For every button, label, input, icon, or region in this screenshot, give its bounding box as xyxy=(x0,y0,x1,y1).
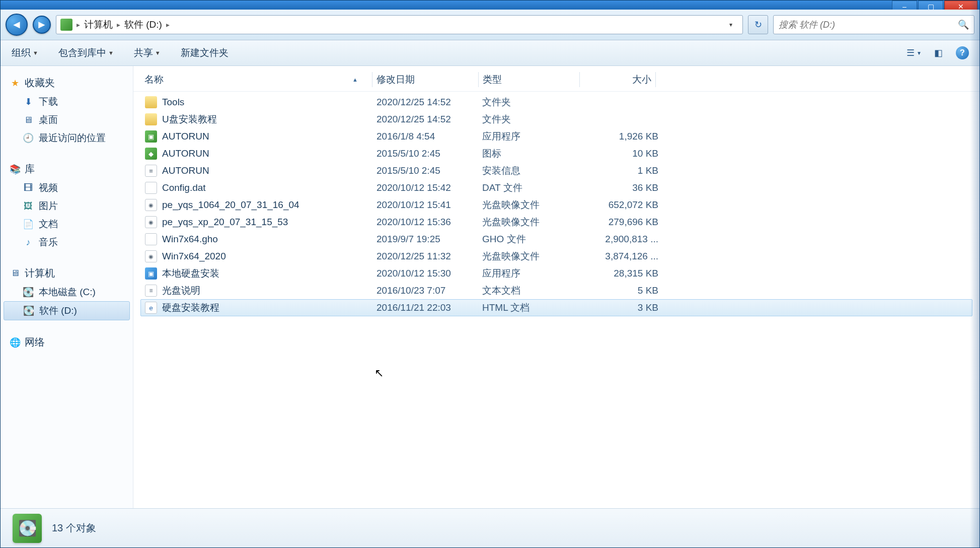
file-row[interactable]: ▣本地硬盘安装2020/10/12 15:30应用程序28,315 KB xyxy=(140,265,972,282)
file-rows[interactable]: Tools2020/12/25 14:52文件夹U盘安装教程2020/12/25… xyxy=(133,92,979,508)
view-options-button[interactable]: ☰ ▼ xyxy=(905,45,923,60)
file-name: Win7x64_2020 xyxy=(162,251,226,262)
column-name[interactable]: 名称 ▲ xyxy=(140,71,372,88)
sidebar-item-documents[interactable]: 📄 文档 xyxy=(1,215,133,233)
file-name: AUTORUN xyxy=(162,131,209,142)
sidebar-item-downloads[interactable]: ⬇ 下载 xyxy=(1,93,133,111)
sidebar-item-label: 文档 xyxy=(39,218,58,231)
file-row[interactable]: ◉Win7x64_20202020/12/25 11:32光盘映像文件3,874… xyxy=(140,248,972,265)
sidebar-item-music[interactable]: ♪ 音乐 xyxy=(1,233,133,251)
breadcrumb-drive[interactable]: 软件 (D:) xyxy=(121,16,165,33)
preview-pane-button[interactable]: ◧ xyxy=(929,45,947,60)
file-size: 10 KB xyxy=(583,148,658,159)
forward-button[interactable]: ► xyxy=(33,16,51,34)
new-folder-label: 新建文件夹 xyxy=(181,46,229,59)
file-row[interactable]: Tools2020/12/25 14:52文件夹 xyxy=(140,94,972,111)
search-icon[interactable]: 🔍 xyxy=(958,19,969,30)
file-date: 2016/10/23 7:07 xyxy=(376,285,482,296)
file-row[interactable]: Config.dat2020/10/12 15:42DAT 文件36 KB xyxy=(140,179,972,196)
column-size[interactable]: 大小 xyxy=(580,71,655,88)
sidebar-item-label: 视频 xyxy=(39,181,58,194)
caret-down-icon: ▼ xyxy=(33,50,38,56)
file-size: 1,926 KB xyxy=(583,131,658,142)
file-date: 2015/5/10 2:45 xyxy=(376,148,482,159)
file-size: 279,696 KB xyxy=(583,217,658,228)
file-row[interactable]: ≡光盘说明2016/10/23 7:07文本文档5 KB xyxy=(140,282,972,299)
refresh-icon: ↻ xyxy=(755,19,762,30)
file-date: 2020/12/25 14:52 xyxy=(376,97,482,108)
include-in-library-menu[interactable]: 包含到库中 ▼ xyxy=(55,44,117,61)
file-icon-icon: ◆ xyxy=(145,148,157,160)
help-button[interactable]: ? xyxy=(953,45,971,60)
file-inf-icon: ≡ xyxy=(145,165,157,177)
file-iso-icon: ◉ xyxy=(145,199,157,211)
column-separator[interactable] xyxy=(655,72,656,87)
picture-icon: 🖼 xyxy=(23,200,34,212)
column-type[interactable]: 类型 xyxy=(479,71,579,88)
organize-menu[interactable]: 组织 ▼ xyxy=(9,44,41,61)
new-folder-button[interactable]: 新建文件夹 xyxy=(178,44,232,61)
share-menu[interactable]: 共享 ▼ xyxy=(131,44,164,61)
file-name: AUTORUN xyxy=(162,165,209,176)
sidebar-item-pictures[interactable]: 🖼 图片 xyxy=(1,197,133,215)
organize-label: 组织 xyxy=(12,46,31,59)
file-iso-icon: ◉ xyxy=(145,250,157,262)
file-row[interactable]: ▣AUTORUN2016/1/8 4:54应用程序1,926 KB xyxy=(140,128,972,145)
breadcrumb-computer[interactable]: 计算机 xyxy=(81,16,116,33)
sidebar-item-drive-d[interactable]: 💽 软件 (D:) xyxy=(4,301,130,320)
file-app-icon: ▣ xyxy=(145,267,157,280)
sidebar-item-label: 下载 xyxy=(39,95,58,108)
file-name-cell: ▣本地硬盘安装 xyxy=(145,267,376,280)
file-row[interactable]: ◉pe_yqs_1064_20_07_31_16_042020/10/12 15… xyxy=(140,196,972,214)
sidebar-computer: 🖥 计算机 💽 本地磁盘 (C:) 💽 软件 (D:) xyxy=(1,263,133,320)
file-date: 2019/9/7 19:25 xyxy=(376,234,482,245)
sidebar-item-label: 图片 xyxy=(39,199,58,213)
sidebar-head-favorites[interactable]: ★ 收藏夹 xyxy=(1,73,133,93)
sidebar-item-videos[interactable]: 🎞 视频 xyxy=(1,179,133,197)
sidebar-head-label: 库 xyxy=(25,162,35,176)
sidebar-head-libraries[interactable]: 📚 库 xyxy=(1,159,133,179)
file-row[interactable]: e硬盘安装教程2016/11/21 22:03HTML 文档3 KB xyxy=(140,299,972,316)
download-icon: ⬇ xyxy=(23,96,34,107)
file-name-cell: ◉pe_yqs_1064_20_07_31_16_04 xyxy=(145,199,376,211)
titlebar[interactable]: – ▢ ✕ xyxy=(1,1,979,10)
file-size: 652,072 KB xyxy=(583,199,658,211)
file-type: 应用程序 xyxy=(482,130,583,143)
search-input[interactable] xyxy=(779,20,958,30)
file-row[interactable]: U盘安装教程2020/12/25 14:52文件夹 xyxy=(140,111,972,128)
back-button[interactable]: ◄ xyxy=(6,14,28,36)
sidebar-favorites: ★ 收藏夹 ⬇ 下载 🖥 桌面 🕘 最近访问的位置 xyxy=(1,73,133,147)
network-icon: 🌐 xyxy=(10,337,21,348)
help-icon: ? xyxy=(956,46,969,59)
file-name: 本地硬盘安装 xyxy=(162,267,219,280)
refresh-button[interactable]: ↻ xyxy=(748,15,768,34)
search-box[interactable]: 🔍 xyxy=(773,15,974,34)
address-bar[interactable]: ▸ 计算机 ▸ 软件 (D:) ▸ ▾ xyxy=(56,15,743,34)
address-dropdown-icon[interactable]: ▾ xyxy=(723,21,738,28)
file-name-cell: ◉pe_yqs_xp_20_07_31_15_53 xyxy=(145,216,376,228)
file-row[interactable]: ◆AUTORUN2015/5/10 2:45图标10 KB xyxy=(140,145,972,162)
caret-down-icon: ▼ xyxy=(108,50,114,56)
file-name-cell: U盘安装教程 xyxy=(145,113,376,126)
sidebar-head-network[interactable]: 🌐 网络 xyxy=(1,332,133,352)
column-date[interactable]: 修改日期 xyxy=(372,71,478,88)
sidebar-item-recent[interactable]: 🕘 最近访问的位置 xyxy=(1,129,133,147)
toolbar-right: ☰ ▼ ◧ ? xyxy=(905,45,971,60)
file-row[interactable]: ≡AUTORUN2015/5/10 2:45安装信息1 KB xyxy=(140,162,972,179)
sidebar-item-drive-c[interactable]: 💽 本地磁盘 (C:) xyxy=(1,283,133,301)
sidebar-head-computer[interactable]: 🖥 计算机 xyxy=(1,263,133,283)
sidebar-item-desktop[interactable]: 🖥 桌面 xyxy=(1,111,133,129)
file-dat-icon xyxy=(145,182,157,194)
file-name: AUTORUN xyxy=(162,148,209,159)
file-row[interactable]: ◉pe_yqs_xp_20_07_31_15_532020/10/12 15:3… xyxy=(140,214,972,231)
column-label: 修改日期 xyxy=(376,74,415,85)
file-txt-icon: ≡ xyxy=(145,285,157,297)
file-row[interactable]: Win7x64.gho2019/9/7 19:25GHO 文件2,900,813… xyxy=(140,231,972,248)
file-size: 3 KB xyxy=(583,302,658,313)
file-name-cell: ≡AUTORUN xyxy=(145,165,376,177)
file-folder-icon xyxy=(145,96,157,108)
file-date: 2020/12/25 14:52 xyxy=(376,114,482,125)
command-bar: 组织 ▼ 包含到库中 ▼ 共享 ▼ 新建文件夹 ☰ ▼ ◧ ? xyxy=(1,40,979,66)
file-name: Tools xyxy=(162,97,184,108)
column-label: 类型 xyxy=(483,74,502,85)
